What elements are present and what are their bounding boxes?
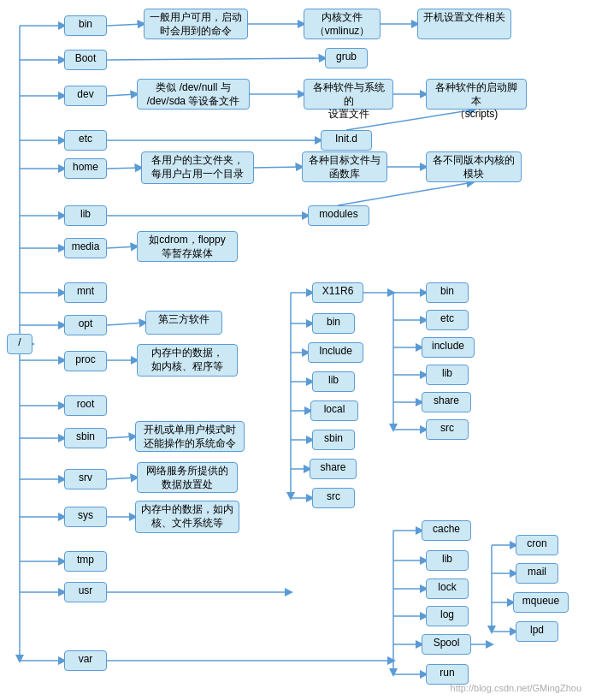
svg-line-35 [107,323,145,325]
node-root: / [7,334,32,354]
node-srv: srv [64,469,107,489]
node-dev: dev [64,86,107,106]
node-boot: Boot [64,50,107,70]
node-modules: modules [308,205,369,226]
svg-line-33 [338,182,473,205]
node-var-run: run [426,664,469,685]
node-var-log: log [426,606,469,626]
node-bin: bin [64,15,107,36]
watermark: http://blog.csdn.net/GMingZhou [451,683,581,693]
node-dev-desc: 类似 /dev/null 与/dev/sda 等设备文件 [137,79,250,110]
node-x11r6: X11R6 [312,282,363,303]
svg-line-23 [107,58,325,60]
node-x11-lib: lib [426,365,469,385]
node-srv-desc: 网络服务所提供的数据放置处 [137,462,238,493]
node-diff-kernel: 各不同版本内核的模块 [426,151,522,182]
node-bin-desc: 一般用户可用，启动时会用到的命令 [144,9,248,39]
node-mqueue: mqueue [513,592,569,613]
node-x11-include: include [422,337,475,358]
node-lib: lib [64,205,107,226]
node-initd: Init.d [321,130,372,151]
node-usr-src: src [312,488,355,508]
node-media-desc: 如cdrom，floppy等暂存媒体 [137,231,238,262]
node-lpd: lpd [516,621,558,642]
node-var-lib: lib [426,550,469,571]
svg-line-20 [107,24,144,26]
node-proc-desc: 内存中的数据，如内核、程序等 [137,344,238,377]
node-var-lock: lock [426,578,469,599]
node-tmp: tmp [64,551,107,572]
node-root-dir: root [64,395,107,416]
svg-line-37 [107,436,135,438]
node-media: media [64,238,107,258]
node-var: var [64,650,107,671]
node-x11-share: share [422,392,471,412]
node-cron: cron [516,535,558,555]
node-x11-etc: etc [426,310,469,330]
svg-line-38 [107,478,137,479]
node-usr-include: Include [308,342,363,363]
svg-line-24 [107,94,137,96]
node-settings: 各种软件与系统的设置文件 [304,79,393,110]
node-opt: opt [64,315,107,335]
svg-line-30 [252,167,302,168]
node-obj-lib: 各种目标文件与函数库 [302,151,387,182]
node-sys-desc: 内存中的数据，如内核、文件系统等 [135,501,239,533]
node-home: home [64,158,107,179]
node-proc: proc [64,351,107,371]
node-scripts: 各种软件的启动脚本（scripts) [426,79,527,110]
node-mail: mail [516,563,558,584]
node-x11-bin: bin [426,282,469,303]
node-opt-desc: 第三方软件 [145,311,222,335]
node-grub: grub [325,48,368,68]
node-sbin: sbin [64,428,107,448]
node-usr-sbin: sbin [312,430,355,450]
node-x11-src: src [426,419,469,440]
node-boot-cfg: 开机设置文件相关 [417,9,511,39]
node-kernel: 内核文件（vmlinuz） [304,9,381,39]
svg-line-29 [107,168,141,169]
node-sbin-desc: 开机或单用户模式时还能操作的系统命令 [135,421,245,452]
node-var-cache: cache [422,520,471,541]
diagram: / bin Boot dev etc home lib media mnt op… [0,0,590,700]
node-home-desc: 各用户的主文件夹，每用户占用一个目录 [141,151,254,184]
node-sys: sys [64,507,107,527]
node-mnt: mnt [64,282,107,303]
svg-line-34 [107,246,137,248]
node-usr: usr [64,582,107,602]
node-var-spool: Spool [422,634,471,655]
node-etc: etc [64,130,107,151]
node-usr-lib: lib [312,371,355,392]
node-usr-share: share [310,459,357,479]
node-usr-bin: bin [312,313,355,334]
node-usr-local: local [310,400,358,421]
